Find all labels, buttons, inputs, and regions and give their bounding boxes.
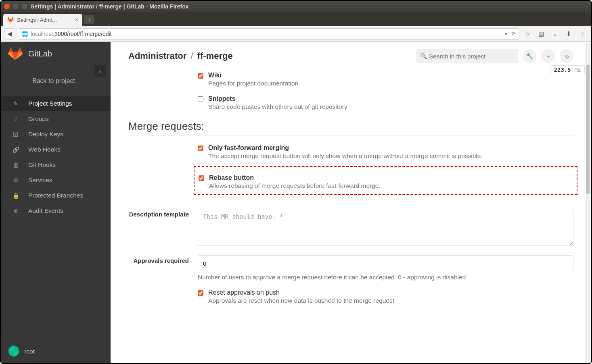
main-content: Administrator / ff-merge 🔍 🔧 ＋ ⎋ 223.5 m… bbox=[111, 42, 591, 363]
browser-tab[interactable]: Settings | Admi… × bbox=[3, 14, 82, 26]
sign-out-button[interactable]: ⎋ bbox=[560, 49, 573, 63]
ff-only-checkbox[interactable] bbox=[198, 146, 203, 151]
rebase-label: Rebase button bbox=[209, 174, 381, 181]
browser-tab-title: Settings | Admi… bbox=[17, 17, 57, 23]
globe-icon: 🌐 bbox=[21, 31, 28, 37]
approvals-required-label: Approvals required bbox=[128, 255, 189, 281]
search-icon: 🔍 bbox=[420, 53, 427, 59]
sidebar-item-label: Protected Branches bbox=[28, 192, 83, 199]
pencil-icon: ✎ bbox=[12, 100, 19, 107]
reset-approvals-checkbox[interactable] bbox=[198, 290, 203, 296]
plus-icon: ＋ bbox=[545, 52, 551, 60]
sidebar-item-label: Deploy Keys bbox=[28, 131, 63, 138]
sidebar-item-label: Project Settings bbox=[28, 100, 72, 107]
page-scrollbar[interactable] bbox=[586, 43, 590, 362]
performance-badge: 223.5 ms bbox=[550, 65, 585, 74]
tab-close-icon[interactable]: × bbox=[75, 17, 78, 23]
window-close-icon[interactable] bbox=[4, 4, 10, 9]
url-bar[interactable]: 🌐 localhost:3000/root/ff-merge/edit ▾ ⟳ bbox=[18, 28, 519, 40]
window-maximize-icon[interactable] bbox=[22, 4, 27, 9]
sidebar-item-audit-events[interactable]: 🗎Audit Events bbox=[1, 203, 111, 218]
timing-value: 223.5 bbox=[554, 67, 571, 73]
url-host: localhost bbox=[31, 31, 53, 37]
downloads-icon[interactable]: ⬇ bbox=[563, 28, 574, 40]
reading-list-icon[interactable]: ▤ bbox=[536, 28, 547, 40]
avatar-icon bbox=[8, 345, 19, 357]
sidebar-collapse-button[interactable]: ‹ bbox=[94, 65, 106, 77]
sign-out-icon: ⎋ bbox=[565, 53, 569, 60]
username: root bbox=[24, 348, 35, 355]
sidebar-item-label: Web Hooks bbox=[28, 146, 61, 153]
approvals-required-input[interactable] bbox=[198, 255, 573, 271]
bookmark-star-icon[interactable]: ☆ bbox=[522, 28, 533, 40]
brand-name: GitLab bbox=[28, 49, 52, 58]
cogs-icon: ⚙ bbox=[12, 177, 19, 183]
breadcrumb-owner[interactable]: Administrator bbox=[128, 51, 186, 61]
sidebar-item-label: Audit Events bbox=[28, 207, 63, 214]
scrollbar-thumb[interactable] bbox=[586, 65, 590, 194]
snippets-label: Snippets bbox=[208, 95, 347, 102]
ff-only-help: The accept merge request button will onl… bbox=[208, 152, 483, 160]
wiki-checkbox[interactable] bbox=[198, 73, 203, 79]
sidebar-item-deploy-keys[interactable]: ⚿Deploy Keys bbox=[1, 127, 111, 142]
sidebar-item-label: Services bbox=[28, 177, 52, 184]
sidebar-item-web-hooks[interactable]: 🔗Web Hooks bbox=[1, 142, 111, 157]
pocket-icon[interactable]: ⌄ bbox=[549, 28, 561, 40]
approvals-help: Number of users to approve a merge reque… bbox=[198, 274, 573, 281]
breadcrumb-separator: / bbox=[190, 51, 193, 61]
sidebar: GitLab ‹ Back to project ✎Project Settin… bbox=[1, 42, 111, 363]
gitlab-logo-icon bbox=[8, 46, 23, 61]
rebase-checkbox[interactable] bbox=[199, 175, 204, 181]
file-icon: 🗎 bbox=[12, 208, 19, 214]
new-entity-button[interactable]: ＋ bbox=[541, 49, 555, 63]
window-title: Settings | Administrator / ff-merge | Gi… bbox=[31, 3, 189, 10]
merge-requests-heading: Merge requests: bbox=[128, 120, 573, 135]
key-icon: ⚿ bbox=[12, 131, 19, 137]
share-icon: ⇪ bbox=[12, 116, 19, 122]
snippets-help: Share code pastes with others out of git… bbox=[208, 103, 347, 110]
sidebar-item-services[interactable]: ⚙Services bbox=[1, 173, 111, 188]
os-titlebar: Settings | Administrator / ff-merge | Gi… bbox=[1, 1, 591, 12]
sidebar-item-protected-branches[interactable]: 🔒Protected Branches bbox=[1, 188, 111, 203]
description-template-label: Description template bbox=[128, 209, 189, 247]
sidebar-item-git-hooks[interactable]: ▦Git Hooks bbox=[1, 157, 111, 173]
browser-toolbar: ◀ 🌐 localhost:3000/root/ff-merge/edit ▾ … bbox=[1, 26, 591, 42]
breadcrumb: Administrator / ff-merge bbox=[128, 51, 233, 61]
ff-only-label: Only fast-forward merging bbox=[208, 144, 483, 152]
reload-icon[interactable]: ⟳ bbox=[512, 31, 516, 37]
wiki-help: Pages for project documentation bbox=[208, 80, 298, 87]
reset-approvals-help: Approvals are reset when new data is pus… bbox=[208, 297, 394, 304]
description-template-textarea[interactable] bbox=[198, 209, 573, 246]
hamburger-menu-icon[interactable]: ≡ bbox=[577, 28, 588, 40]
sidebar-item-groups[interactable]: ⇪Groups bbox=[1, 111, 111, 127]
url-path: :3000/root/ff-merge/edit bbox=[53, 31, 111, 37]
git-icon: ▦ bbox=[12, 162, 19, 168]
timing-unit: ms bbox=[574, 67, 581, 73]
rebase-highlight: Rebase button Allows rebasing of merge r… bbox=[194, 166, 577, 195]
wiki-label: Wiki bbox=[208, 72, 298, 79]
sidebar-user[interactable]: root bbox=[1, 339, 111, 363]
reset-approvals-label: Reset approvals on push bbox=[208, 289, 394, 296]
sidebar-item-label: Groups bbox=[28, 115, 49, 123]
admin-wrench-button[interactable]: 🔧 bbox=[523, 49, 536, 63]
new-tab-button[interactable]: + bbox=[84, 15, 94, 24]
plus-icon: + bbox=[88, 17, 91, 23]
sidebar-item-label: Git Hooks bbox=[28, 161, 56, 168]
wrench-icon: 🔧 bbox=[526, 52, 533, 60]
project-search-input[interactable] bbox=[416, 49, 518, 63]
link-icon: 🔗 bbox=[12, 146, 19, 153]
reload-dropdown[interactable]: ▾ ⟳ bbox=[505, 31, 516, 37]
snippets-checkbox[interactable] bbox=[198, 96, 203, 102]
gitlab-favicon-icon bbox=[7, 17, 14, 23]
lock-icon: 🔒 bbox=[12, 192, 19, 199]
window-minimize-icon[interactable] bbox=[13, 4, 19, 9]
breadcrumb-project[interactable]: ff-merge bbox=[197, 51, 233, 61]
browser-tabstrip: Settings | Admi… × + bbox=[1, 12, 591, 26]
back-button[interactable]: ◀ bbox=[4, 28, 15, 40]
sidebar-item-project-settings[interactable]: ✎Project Settings bbox=[1, 96, 111, 111]
rebase-help: Allows rebasing of merge requests before… bbox=[209, 182, 381, 189]
